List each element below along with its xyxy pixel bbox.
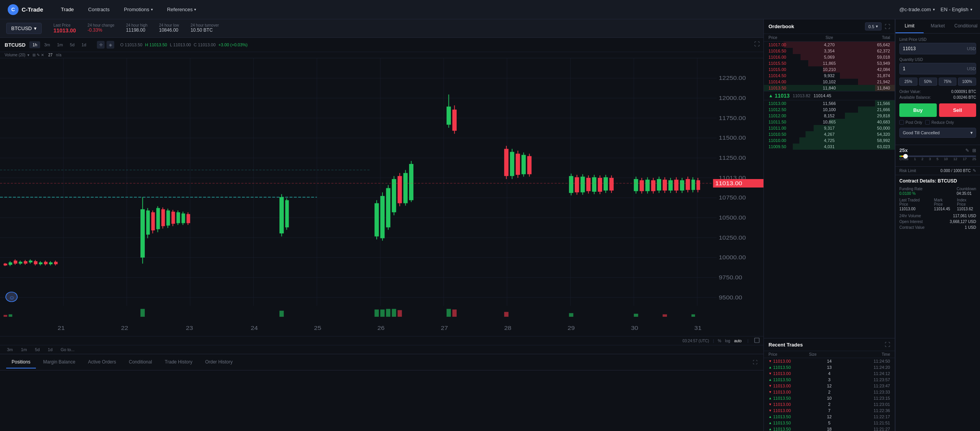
rt-expand[interactable]: ⛶ <box>885 341 890 348</box>
time-in-force-text: Good Till Cancelled <box>903 130 939 135</box>
ob-ask-row[interactable]: 11014.50 9,932 31,874 <box>764 73 895 79</box>
time-in-force-select[interactable]: Good Till Cancelled ▾ <box>899 128 976 138</box>
footer-pct[interactable]: % <box>718 339 721 343</box>
chart-expand-btn[interactable]: ⛶ <box>754 41 760 47</box>
ob-ask-row[interactable]: 11016.00 5,069 59,018 <box>764 54 895 60</box>
chart-area: BTCUSD 1h 3m 1m 5d 1d ✛ ◈ O 11013.50 H 1… <box>0 38 763 354</box>
limit-price-input[interactable] <box>900 44 964 54</box>
contract-title: Contract Details: BTCUSD <box>899 178 976 184</box>
nav-item-references[interactable]: References ▾ <box>161 3 202 15</box>
ob-ask-row[interactable]: 11015.00 10,210 42,084 <box>764 66 895 73</box>
ob-bid-row[interactable]: 11010.50 4,267 54,320 <box>764 131 895 137</box>
order-tab-limit[interactable]: Limit <box>895 19 924 33</box>
rt-trade-row: ▼11013.00 12 11:23:47 <box>764 383 895 389</box>
reduce-only-box <box>925 120 930 125</box>
footer-auto[interactable]: auto <box>734 339 741 343</box>
footer-log[interactable]: log <box>725 339 730 343</box>
orderbook-panel: Orderbook 0.5 ▾ ⛶ Price Size Total 11017… <box>764 19 895 431</box>
nav-item-trade[interactable]: Trade <box>55 3 80 15</box>
references-chevron: ▾ <box>194 7 196 12</box>
leverage-info-icon[interactable]: ⊞ <box>972 148 976 153</box>
nav-item-contracts[interactable]: Contracts <box>82 3 116 15</box>
limit-price-suffix: USD <box>964 46 976 51</box>
svg-rect-161 <box>392 309 396 317</box>
svg-text:24: 24 <box>251 325 258 331</box>
orderbook-size-select[interactable]: 0.5 ▾ <box>865 22 882 30</box>
rt-title: Recent Trades <box>768 342 803 348</box>
risk-edit-icon[interactable]: ✎ <box>973 168 976 173</box>
ob-ask-row[interactable]: 11017.00 4,270 65,642 <box>764 42 895 48</box>
ob-bid-row[interactable]: 11010.00 4,725 58,992 <box>764 137 895 144</box>
sell-button[interactable]: Sell <box>939 103 977 117</box>
pct-75[interactable]: 75% <box>939 78 957 86</box>
post-only-box <box>899 120 904 125</box>
chart-tf-1d[interactable]: 1d <box>45 346 56 353</box>
svg-rect-168 <box>663 314 667 317</box>
nav-items: Trade Contracts Promotions ▾ References … <box>55 3 899 15</box>
svg-rect-157 <box>279 311 284 317</box>
language-selector[interactable]: EN - English ▾ <box>941 7 972 12</box>
ob-bid-row[interactable]: 11012.50 10,100 21,666 <box>764 106 895 113</box>
logo[interactable]: C C-Trade <box>8 4 43 15</box>
tf-1m[interactable]: 1m <box>54 41 66 48</box>
ob-bid-row[interactable]: 11011.00 9,317 50,000 <box>764 125 895 131</box>
ob-ask-row[interactable]: 11014.00 10,102 21,942 <box>764 79 895 85</box>
svg-text:11250.00: 11250.00 <box>719 155 746 161</box>
risk-limit-row: Risk Limit 0.000 / 1000 BTC ✎ <box>895 166 980 175</box>
quantity-input[interactable] <box>900 64 964 74</box>
tab-conditional[interactable]: Conditional <box>124 356 157 368</box>
account-selector[interactable]: @c-trade.com ▾ <box>899 7 935 12</box>
ob-ask-row[interactable]: 11016.50 3,354 62,372 <box>764 48 895 54</box>
symbol-selector[interactable]: BTCUSD ▾ <box>6 23 42 34</box>
pct-50[interactable]: 50% <box>919 78 937 86</box>
rt-trade-row: ▲11013.50 5 11:21:51 <box>764 420 895 426</box>
chart-tf-3m[interactable]: 3m <box>4 346 16 353</box>
chart-tf-1m[interactable]: 1m <box>18 346 30 353</box>
ob-mid-index: 11014.45 <box>814 93 831 98</box>
svg-rect-155 <box>8 314 12 317</box>
ob-ask-row[interactable]: 11015.50 11,865 53,949 <box>764 60 895 66</box>
last-price-stat: Last Price 11013.00 <box>53 23 76 34</box>
leverage-edit-icon[interactable]: ✎ <box>965 148 969 153</box>
tab-order-history[interactable]: Order History <box>200 356 238 368</box>
svg-text:26: 26 <box>377 325 385 331</box>
candlestick-chart: 12250.00 12000.00 11750.00 11500.00 1125… <box>0 58 763 336</box>
ob-bid-row[interactable]: 11011.50 10,865 40,683 <box>764 119 895 125</box>
ob-ask-row[interactable]: 11013.50 11,840 11,840 <box>764 85 895 91</box>
ob-mid-arrow: ▲ <box>768 93 773 98</box>
risk-limit-value: 0.000 / 1000 BTC <box>941 169 971 173</box>
chart-tool-crosshair[interactable]: ✛ <box>97 41 105 49</box>
tab-positions[interactable]: Positions <box>6 356 36 368</box>
tf-1h[interactable]: 1h <box>29 41 40 48</box>
tf-3m[interactable]: 3m <box>41 41 53 48</box>
reduce-only-checkbox[interactable]: Reduce Only <box>925 120 954 125</box>
chart-canvas[interactable]: 12250.00 12000.00 11750.00 11500.00 1125… <box>0 58 763 336</box>
buy-button[interactable]: Buy <box>899 103 937 117</box>
tab-margin-balance[interactable]: Margin Balance <box>38 356 81 368</box>
pct-25[interactable]: 25% <box>899 78 917 86</box>
quantity-label: Quantity USD <box>899 57 976 62</box>
ob-bid-row[interactable]: 11009.50 4,031 63,023 <box>764 144 895 150</box>
chart-tool-indicator[interactable]: ◈ <box>107 41 114 49</box>
orderbook-expand[interactable]: ⛶ <box>885 24 890 30</box>
bottom-expand-icon[interactable]: ⛶ <box>753 360 757 365</box>
leverage-slider[interactable]: Cross 1 2 3 5 10 12 17 25 <box>899 155 976 161</box>
chart-goto[interactable]: Go to... <box>58 346 78 353</box>
tab-active-orders[interactable]: Active Orders <box>83 356 122 368</box>
tab-trade-history[interactable]: Trade History <box>159 356 198 368</box>
ob-bid-row[interactable]: 11012.00 8,152 29,818 <box>764 113 895 119</box>
leverage-track <box>899 155 976 157</box>
ob-bid-row[interactable]: 11013.00 11,566 11,566 <box>764 100 895 106</box>
quantity-row: Quantity USD USD ▲ ▼ <box>899 57 976 74</box>
nav-item-promotions[interactable]: Promotions ▾ <box>118 3 159 15</box>
order-tab-conditional[interactable]: Conditional <box>952 19 980 33</box>
chart-tf-5d[interactable]: 5d <box>32 346 43 353</box>
order-tab-market[interactable]: Market <box>924 19 952 33</box>
pct-100[interactable]: 100% <box>958 78 976 86</box>
leverage-thumb[interactable] <box>903 154 908 159</box>
post-only-checkbox[interactable]: Post Only <box>899 120 922 125</box>
tf-1d[interactable]: 1d <box>78 41 89 48</box>
footer-expand[interactable] <box>754 338 760 344</box>
svg-rect-183 <box>755 338 759 343</box>
tf-5d[interactable]: 5d <box>67 41 78 48</box>
